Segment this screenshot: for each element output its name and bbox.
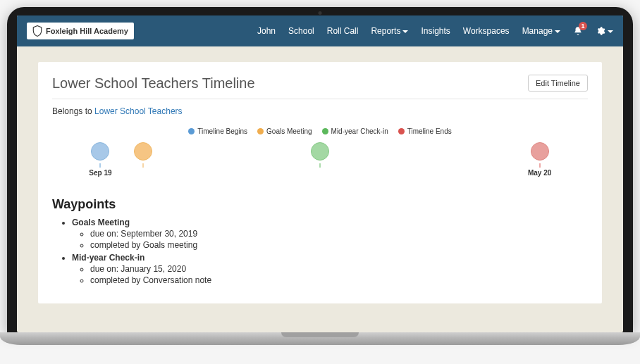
nav-insights[interactable]: Insights [421,26,450,36]
legend-item-begins: Timeline Begins [188,127,247,135]
timeline-track: Sep 19 May 20 [52,142,588,184]
legend-item-goals: Goals Meeting [257,127,312,135]
timeline-node-begins[interactable] [91,142,109,161]
dot-icon [322,128,328,134]
brand-logo[interactable]: Foxleigh Hill Academy [27,23,134,39]
brand-text: Foxleigh Hill Academy [46,27,128,35]
waypoints-heading: Waypoints [52,197,588,212]
laptop-base [0,332,640,345]
nav-school[interactable]: School [288,26,314,36]
shield-icon [32,25,42,37]
timeline-node-midyear[interactable] [311,142,329,161]
nav-user[interactable]: John [257,26,276,36]
tick-goals [143,163,144,168]
timeline-end-label: May 20 [528,169,551,177]
waypoint-title: Mid-year Check-in [72,253,144,263]
dot-icon [398,128,405,134]
nav-workspaces[interactable]: Workspaces [463,26,510,36]
edit-timeline-button[interactable]: Edit Timeline [528,75,588,92]
legend-item-ends: Timeline Ends [398,127,452,135]
tick-midyear [320,163,321,168]
waypoint-due: due on: January 15, 2020 [90,264,588,274]
gear-icon [596,26,605,36]
belongs-prefix: Belongs to [52,106,94,116]
nav-reports[interactable]: Reports [371,26,408,36]
timeline-card: Lower School Teachers Timeline Edit Time… [38,62,602,303]
tick-begins [100,163,101,168]
navbar: Foxleigh Hill Academy John School Roll C… [17,15,623,46]
waypoint-completed: completed by Goals meeting [90,240,588,250]
notification-badge: 1 [579,22,587,30]
waypoint-item: Goals Meeting due on: September 30, 2019… [72,218,588,250]
belongs-to-line: Belongs to Lower School Teachers [52,106,588,116]
nav-manage[interactable]: Manage [522,26,560,36]
settings-menu[interactable] [596,26,613,36]
chevron-down-icon [402,30,408,33]
belongs-link[interactable]: Lower School Teachers [94,106,183,116]
timeline-node-ends[interactable] [531,142,549,161]
notifications-button[interactable]: 1 [573,26,583,36]
legend: Timeline Begins Goals Meeting Mid-year C… [52,127,588,135]
tick-ends [539,163,540,168]
timeline-node-goals[interactable] [134,142,152,161]
waypoint-item: Mid-year Check-in due on: January 15, 20… [72,253,588,285]
timeline-start-label: Sep 19 [89,169,111,177]
chevron-down-icon [555,30,560,33]
chevron-down-icon [608,30,613,33]
legend-item-midyear: Mid-year Check-in [322,127,388,135]
waypoint-completed: completed by Conversation note [90,275,588,285]
page-title: Lower School Teachers Timeline [52,75,528,92]
waypoint-title: Goals Meeting [72,218,130,227]
nav-roll-call[interactable]: Roll Call [327,26,359,36]
waypoint-due: due on: September 30, 2019 [90,229,588,239]
dot-icon [257,128,264,134]
dot-icon [188,128,195,134]
waypoints-list: Goals Meeting due on: September 30, 2019… [52,218,588,285]
